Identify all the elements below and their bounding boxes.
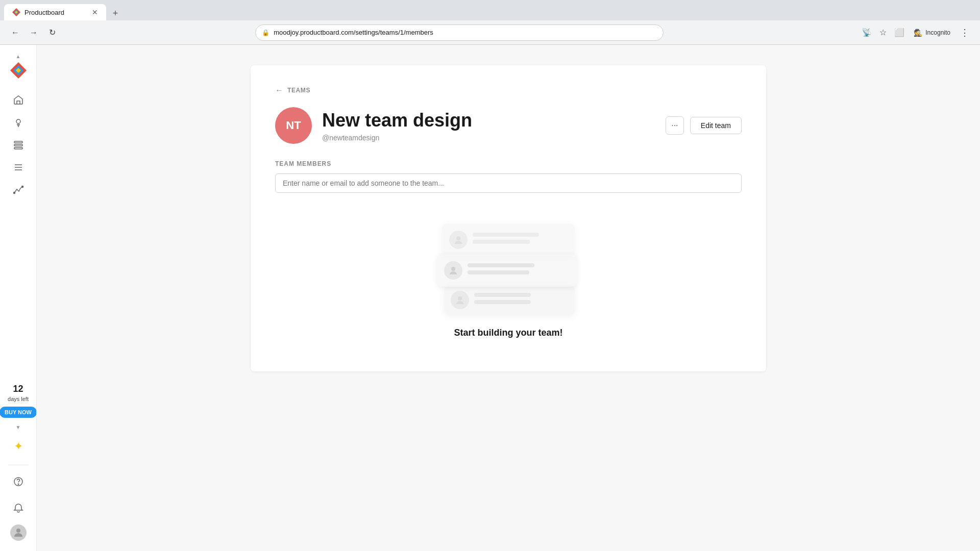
tab-bar: Productboard ✕ + — [0, 0, 980, 20]
sidebar-item-roadmap[interactable] — [8, 157, 29, 178]
sidebar-logo[interactable] — [9, 61, 28, 82]
main-content: ← TEAMS NT New team design @newteamdesig… — [37, 45, 980, 551]
team-members-section: TEAM MEMBERS — [275, 160, 742, 193]
svg-point-16 — [18, 484, 19, 485]
breadcrumb-label: TEAMS — [287, 87, 310, 94]
sidebar-item-insights[interactable] — [8, 180, 29, 200]
scroll-down-indicator: ▼ — [0, 422, 37, 432]
svg-point-13 — [13, 192, 15, 194]
empty-state: Start building your team! — [275, 193, 742, 348]
breadcrumb-arrow-icon: ← — [275, 86, 283, 95]
sidebar-item-features[interactable] — [8, 135, 29, 155]
new-tab-button[interactable]: + — [108, 6, 122, 20]
sidebar-item-home[interactable] — [8, 90, 29, 110]
bookmark-button[interactable]: ☆ — [876, 26, 890, 40]
illustration-card-3 — [445, 285, 575, 315]
tab-title: Productboard — [24, 9, 88, 16]
active-tab[interactable]: Productboard ✕ — [4, 4, 106, 20]
edit-team-button[interactable]: Edit team — [690, 117, 742, 134]
address-bar[interactable]: 🔒 moodjoy.productboard.com/settings/team… — [255, 24, 664, 41]
section-label: TEAM MEMBERS — [275, 160, 742, 167]
sidebar-divider — [8, 465, 29, 465]
svg-point-14 — [21, 186, 23, 188]
member-search-input[interactable] — [275, 173, 742, 193]
browser-menu-button[interactable]: ⋮ — [958, 26, 972, 40]
svg-point-6 — [16, 119, 20, 123]
more-options-button[interactable]: ··· — [666, 116, 684, 135]
team-header: NT New team design @newteamdesign ··· Ed… — [275, 107, 742, 144]
split-screen-button[interactable]: ⬜ — [892, 26, 906, 40]
url-text: moodjoy.productboard.com/settings/teams/… — [274, 29, 433, 36]
svg-rect-7 — [14, 141, 22, 143]
svg-rect-8 — [14, 144, 22, 146]
incognito-badge: 🕵️ Incognito — [909, 28, 955, 38]
illustration-card-1 — [442, 223, 575, 256]
team-name: New team design — [322, 109, 666, 131]
sidebar-item-notifications[interactable] — [8, 498, 29, 518]
trial-days-left: 12 days left — [8, 383, 29, 403]
breadcrumb[interactable]: ← TEAMS — [275, 86, 742, 95]
team-avatar: NT — [275, 107, 312, 144]
forward-button[interactable]: → — [27, 26, 41, 40]
team-info: New team design @newteamdesign — [322, 109, 666, 141]
tab-favicon — [12, 8, 20, 16]
navigation-bar: ← → ↻ 🔒 moodjoy.productboard.com/setting… — [0, 20, 980, 45]
sidebar-bottom: 12 days left BUY NOW ▼ ✦ — [0, 383, 37, 545]
buy-now-button[interactable]: BUY NOW — [0, 407, 37, 418]
incognito-icon: 🕵️ — [914, 29, 922, 37]
empty-state-title: Start building your team! — [454, 328, 562, 338]
illustration-card-2 — [437, 254, 577, 287]
cast-button[interactable]: 📡 — [860, 26, 874, 40]
svg-point-18 — [456, 236, 460, 240]
back-button[interactable]: ← — [8, 26, 22, 40]
app-container: ▲ — [0, 45, 980, 551]
svg-point-17 — [16, 529, 20, 533]
svg-point-19 — [451, 267, 455, 271]
ssl-lock-icon: 🔒 — [262, 29, 270, 36]
svg-point-20 — [458, 296, 462, 300]
browser-chrome: Productboard ✕ + ← → ↻ 🔒 moodjoy.product… — [0, 0, 980, 45]
scroll-up-indicator: ▲ — [0, 51, 36, 61]
team-handle: @newteamdesign — [322, 134, 666, 142]
sidebar-item-help[interactable] — [8, 471, 29, 492]
sidebar: ▲ — [0, 45, 37, 551]
sidebar-item-ai[interactable]: ✦ — [8, 436, 29, 457]
team-actions: ··· Edit team — [666, 116, 742, 135]
sidebar-item-ideas[interactable] — [8, 112, 29, 133]
empty-illustration — [427, 213, 590, 315]
user-avatar[interactable] — [10, 524, 27, 541]
refresh-button[interactable]: ↻ — [45, 26, 59, 40]
content-card: ← TEAMS NT New team design @newteamdesig… — [251, 65, 766, 371]
svg-rect-9 — [14, 147, 22, 149]
tab-close-button[interactable]: ✕ — [92, 8, 98, 16]
browser-actions: 📡 ☆ ⬜ 🕵️ Incognito ⋮ — [860, 26, 972, 40]
